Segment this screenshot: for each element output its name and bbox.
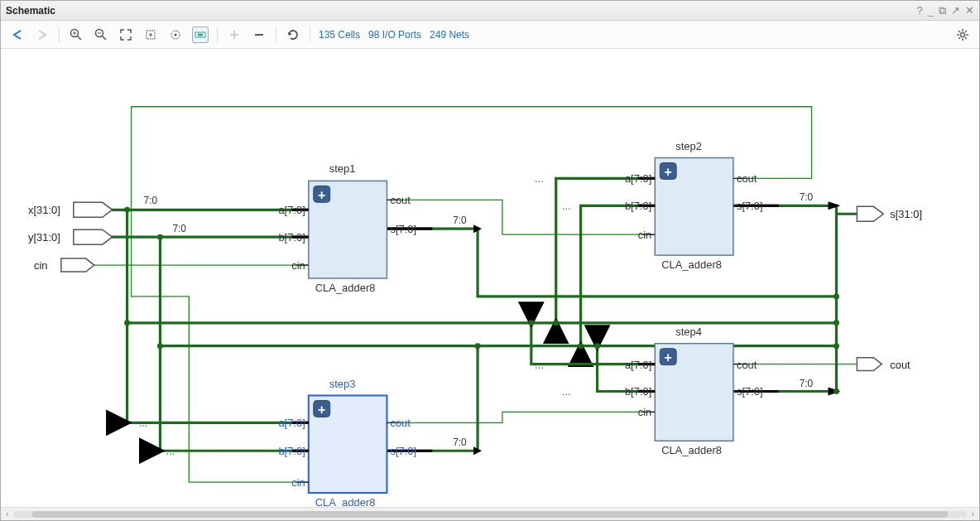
svg-point-26 bbox=[578, 343, 584, 349]
svg-point-30 bbox=[833, 293, 839, 299]
svg-point-22 bbox=[157, 234, 163, 240]
svg-line-18 bbox=[965, 37, 967, 39]
block-type-label: CLA_adder8 bbox=[315, 496, 376, 507]
slice-label: 7:0 bbox=[800, 191, 814, 203]
port-label: cin bbox=[291, 476, 305, 489]
port-label: s[7:0] bbox=[737, 200, 763, 212]
horizontal-scrollbar[interactable]: ‹ › bbox=[1, 507, 979, 520]
port-label: s[7:0] bbox=[737, 385, 763, 398]
svg-point-9 bbox=[175, 33, 177, 36]
ellipsis: ... bbox=[166, 445, 175, 457]
zoom-fit-button[interactable] bbox=[118, 27, 134, 43]
port-label: s[7:0] bbox=[390, 223, 416, 235]
ellipsis: ... bbox=[562, 385, 571, 398]
scroll-thumb[interactable] bbox=[32, 511, 947, 518]
help-icon[interactable]: ? bbox=[917, 4, 923, 17]
separator bbox=[276, 27, 276, 42]
block-instance-label: step1 bbox=[329, 162, 356, 175]
block-step3[interactable]: step3 CLA_adder8 + a[7:0] b[7:0] cin cou… bbox=[278, 378, 416, 507]
scroll-right-arrow-icon[interactable]: › bbox=[972, 509, 974, 519]
io-port-label: s[31:0] bbox=[890, 208, 922, 220]
zoom-selection-button[interactable] bbox=[142, 27, 159, 43]
svg-text:+: + bbox=[665, 350, 672, 364]
svg-line-5 bbox=[103, 36, 107, 40]
refresh-button[interactable] bbox=[285, 27, 301, 43]
forward-button[interactable] bbox=[34, 27, 50, 43]
io-port-label: x[31:0] bbox=[28, 204, 60, 216]
io-port-s[interactable]: s[31:0] bbox=[857, 206, 922, 221]
port-label: s[7:0] bbox=[390, 445, 416, 457]
port-label: cout bbox=[737, 172, 757, 185]
schematic-window: Schematic ? _ ⧉ ↗ ✕ bbox=[0, 0, 980, 521]
center-button[interactable] bbox=[167, 27, 184, 43]
svg-line-20 bbox=[958, 37, 960, 39]
io-port-cout[interactable]: cout bbox=[857, 358, 910, 371]
close-icon[interactable]: ✕ bbox=[965, 4, 974, 17]
slice-label: 7:0 bbox=[453, 437, 467, 448]
port-label: a[7:0] bbox=[625, 359, 651, 371]
svg-text:+: + bbox=[318, 188, 325, 202]
back-button[interactable] bbox=[9, 27, 26, 43]
block-type-label: CLA_adder8 bbox=[661, 258, 722, 271]
svg-point-28 bbox=[594, 343, 600, 349]
port-label: cout bbox=[390, 194, 411, 206]
io-port-label: y[31:0] bbox=[28, 231, 60, 244]
svg-line-17 bbox=[958, 31, 960, 32]
schematic-canvas[interactable]: 7:0 7:0 ... ... ... ... ... bbox=[1, 49, 979, 507]
separator bbox=[59, 27, 60, 42]
separator bbox=[310, 27, 310, 42]
zoom-in-button[interactable] bbox=[68, 27, 84, 43]
remove-button[interactable] bbox=[251, 27, 267, 43]
svg-point-32 bbox=[833, 343, 839, 349]
io-port-y[interactable]: y[31:0] bbox=[28, 229, 113, 244]
io-port-label: cin bbox=[34, 259, 48, 272]
popout-icon[interactable]: ↗ bbox=[951, 4, 960, 17]
port-label: a[7:0] bbox=[278, 417, 305, 429]
nets-link[interactable]: 249 Nets bbox=[430, 29, 469, 41]
separator bbox=[217, 27, 218, 42]
svg-line-19 bbox=[965, 31, 967, 32]
zoom-out-button[interactable] bbox=[93, 27, 109, 43]
slice-label: 7:0 bbox=[800, 378, 814, 389]
port-label: cin bbox=[291, 259, 305, 272]
cells-link[interactable]: 135 Cells bbox=[319, 29, 360, 41]
scroll-track[interactable] bbox=[13, 511, 966, 518]
bus-tap-step2-b[interactable] bbox=[581, 205, 656, 345]
ellipsis: ... bbox=[139, 417, 148, 429]
auto-fit-button[interactable] bbox=[192, 27, 209, 43]
port-label: a[7:0] bbox=[625, 172, 651, 185]
restore-icon[interactable]: ⧉ bbox=[939, 4, 946, 17]
settings-button[interactable] bbox=[954, 27, 971, 43]
svg-point-29 bbox=[475, 343, 481, 349]
scroll-left-arrow-icon[interactable]: ‹ bbox=[6, 509, 8, 519]
svg-point-12 bbox=[961, 32, 965, 36]
port-label: a[7:0] bbox=[278, 204, 305, 216]
titlebar: Schematic ? _ ⧉ ↗ ✕ bbox=[1, 1, 979, 21]
net-step3-cout[interactable] bbox=[387, 412, 655, 422]
port-label: b[7:0] bbox=[278, 231, 305, 244]
minimize-icon[interactable]: _ bbox=[928, 4, 934, 17]
port-label: cout bbox=[737, 359, 757, 371]
block-type-label: CLA_adder8 bbox=[315, 282, 376, 294]
svg-rect-11 bbox=[198, 33, 203, 36]
bus-s3[interactable] bbox=[387, 346, 478, 451]
io-port-label: cout bbox=[890, 359, 910, 371]
port-label: b[7:0] bbox=[278, 445, 305, 457]
bus-y-rail[interactable] bbox=[160, 237, 836, 451]
io-port-cin[interactable]: cin bbox=[34, 258, 94, 272]
block-step1[interactable]: step1 CLA_adder8 + a[7:0] b[7:0] cin cou… bbox=[278, 162, 416, 293]
port-label: b[7:0] bbox=[625, 200, 651, 212]
port-label: cout bbox=[390, 417, 411, 429]
io-ports-link[interactable]: 98 I/O Ports bbox=[368, 29, 421, 41]
svg-line-1 bbox=[78, 36, 82, 40]
svg-point-24 bbox=[157, 343, 163, 349]
block-instance-label: step2 bbox=[675, 140, 702, 152]
block-step2[interactable]: step2 CLA_adder8 + a[7:0] b[7:0] cin cou… bbox=[625, 140, 763, 271]
window-controls: ? _ ⧉ ↗ ✕ bbox=[917, 4, 974, 17]
svg-point-33 bbox=[833, 388, 839, 394]
bus-s1[interactable] bbox=[387, 229, 836, 297]
add-button[interactable] bbox=[226, 27, 243, 43]
port-label: b[7:0] bbox=[625, 385, 651, 398]
io-port-x[interactable]: x[31:0] bbox=[28, 202, 113, 217]
ellipsis: ... bbox=[562, 200, 571, 212]
